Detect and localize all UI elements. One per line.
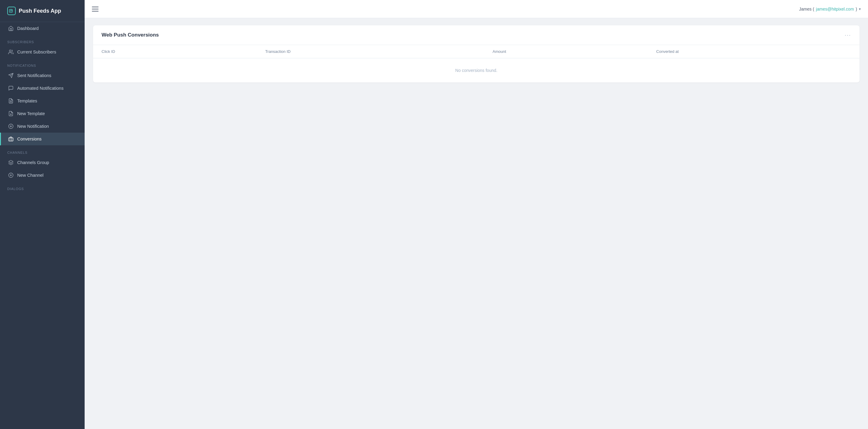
hamburger-menu[interactable] — [92, 7, 98, 11]
sidebar: Push Feeds App Dashboard Subscribers Cur… — [0, 0, 85, 429]
sidebar-item-label-subscribers: Current Subscribers — [17, 50, 56, 54]
card-header: Web Push Conversions ··· — [93, 25, 860, 45]
col-click-id: Click ID — [93, 45, 256, 58]
sidebar-item-new-channel[interactable]: New Channel — [0, 169, 85, 182]
svg-marker-12 — [9, 160, 13, 163]
briefcase-icon — [8, 136, 13, 142]
col-converted-at: Converted at — [648, 45, 860, 58]
sidebar-item-label-new-template: New Template — [17, 111, 45, 116]
svg-rect-0 — [9, 9, 12, 12]
file-plus-icon — [8, 111, 13, 116]
table-header: Click ID Transaction ID Amount Converted… — [93, 45, 860, 58]
sidebar-item-sent-notifications[interactable]: Sent Notifications — [0, 69, 85, 82]
empty-message: No conversions found. — [93, 58, 860, 83]
user-menu[interactable]: James ( james@hitpixel.com ) ▾ — [799, 7, 861, 11]
plus-circle-new-channel-icon — [8, 172, 13, 178]
sidebar-item-label-templates: Templates — [17, 98, 37, 103]
sidebar-item-automated-notifications[interactable]: Automated Notifications — [0, 82, 85, 95]
users-icon — [8, 49, 13, 55]
conversions-card: Web Push Conversions ··· Click ID Transa… — [93, 25, 860, 82]
app-name: Push Feeds App — [19, 8, 61, 14]
app-logo: Push Feeds App — [0, 0, 85, 22]
sidebar-item-label-conversions: Conversions — [17, 137, 42, 141]
sidebar-item-dashboard[interactable]: Dashboard — [0, 22, 85, 35]
conversions-table: Click ID Transaction ID Amount Converted… — [93, 45, 860, 82]
section-label-dialogs: Dialogs — [0, 182, 85, 193]
sidebar-item-label-new-channel: New Channel — [17, 173, 43, 178]
section-label-subscribers: Subscribers — [0, 35, 85, 45]
col-transaction-id: Transaction ID — [256, 45, 484, 58]
section-label-channels: Channels — [0, 145, 85, 156]
layers-icon — [8, 160, 13, 165]
svg-point-1 — [9, 50, 11, 52]
section-label-notifications: Notifications — [0, 58, 85, 69]
chevron-down-icon: ▾ — [859, 7, 861, 11]
col-amount: Amount — [484, 45, 648, 58]
sidebar-item-conversions[interactable]: Conversions — [0, 133, 85, 145]
empty-row: No conversions found. — [93, 58, 860, 83]
sidebar-item-label-automated: Automated Notifications — [17, 86, 63, 91]
sidebar-item-label-channels-group: Channels Group — [17, 160, 49, 165]
sidebar-item-label-sent: Sent Notifications — [17, 73, 51, 78]
svg-rect-11 — [9, 138, 13, 141]
table-body: No conversions found. — [93, 58, 860, 83]
sidebar-item-channels-group[interactable]: Channels Group — [0, 156, 85, 169]
file-text-icon — [8, 98, 13, 104]
sidebar-item-label-new-notification: New Notification — [17, 124, 49, 129]
card-title: Web Push Conversions — [101, 32, 159, 38]
user-paren-close: ) — [856, 7, 857, 11]
sidebar-item-current-subscribers[interactable]: Current Subscribers — [0, 45, 85, 58]
sidebar-item-label-dashboard: Dashboard — [17, 26, 39, 31]
logo-icon — [7, 7, 16, 15]
sidebar-item-new-template[interactable]: New Template — [0, 107, 85, 120]
user-email: james@hitpixel.com — [816, 7, 854, 11]
top-header: James ( james@hitpixel.com ) ▾ — [85, 0, 868, 18]
home-icon — [8, 26, 13, 31]
message-square-icon — [8, 86, 13, 91]
send-icon — [8, 73, 13, 78]
main-content: James ( james@hitpixel.com ) ▾ Web Push … — [85, 0, 868, 429]
user-name: James ( — [799, 7, 814, 11]
page-content: Web Push Conversions ··· Click ID Transa… — [85, 18, 868, 429]
plus-circle-icon — [8, 124, 13, 129]
sidebar-item-templates[interactable]: Templates — [0, 95, 85, 107]
sidebar-item-new-notification[interactable]: New Notification — [0, 120, 85, 133]
card-options-button[interactable]: ··· — [845, 32, 851, 38]
